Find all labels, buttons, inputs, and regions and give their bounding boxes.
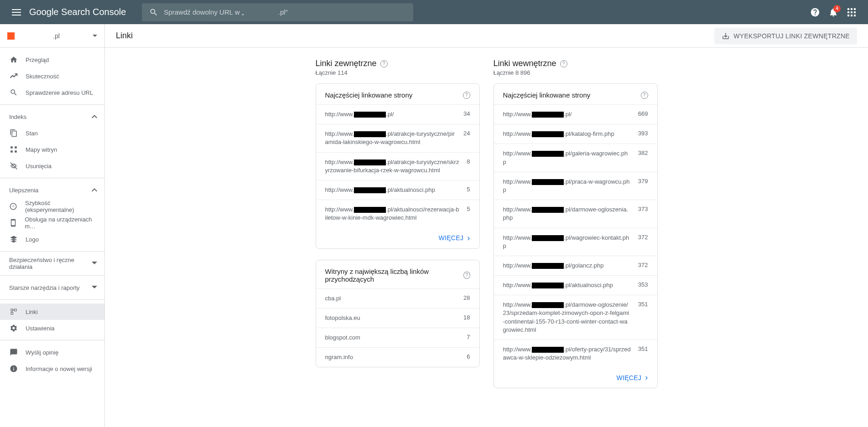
site-label: .pl [20,32,93,40]
sidebar-header-security[interactable]: Bezpieczeństwo i ręczne działania [0,255,104,272]
table-row[interactable]: http://www..pl/katalog-firm.php393 [494,124,657,144]
sitemap-icon [9,145,18,154]
chevron-up-icon [92,115,97,118]
count-cell: 351 [638,345,648,362]
sidebar-item-overview[interactable]: Przegląd [0,51,104,68]
table-row[interactable]: http://www..pl/golancz.php372 [494,256,657,275]
chevron-right-icon: › [467,233,470,243]
sidebar-item-coverage[interactable]: Stan [0,125,104,141]
chevron-down-icon [92,286,97,289]
notifications-button[interactable]: 4 [824,3,842,21]
table-row[interactable]: http://www..pl/galeria-wagrowiec.php382 [494,144,657,171]
url-cell: http://www..pl/praca-w-wagrowcu.php [503,178,631,194]
search-icon [149,8,158,17]
table-row[interactable]: http://www..pl/aktualnosci.php5 [316,180,479,200]
table-row[interactable]: http://www..pl/aktualnosci.php353 [494,275,657,295]
export-button[interactable]: WYEKSPORTUJ LINKI ZEWNĘTRZNE [714,28,857,44]
help-icon[interactable]: ? [641,92,648,99]
table-row[interactable]: http://www..pl/praca-w-wagrowcu.php379 [494,172,657,200]
chevron-up-icon [92,188,97,192]
redacted-domain [532,283,564,288]
sidebar-item-url-inspect[interactable]: Sprawdzenie adresu URL [0,84,104,101]
sidebar-item-about[interactable]: Informacje o nowej wersji [0,360,104,377]
internal-links-total: Łącznie 8 896 [494,69,658,76]
sidebar-item-links[interactable]: Linki [0,304,104,320]
logo: Google Search Console [29,7,126,17]
table-row[interactable]: blogspot.com7 [316,328,479,347]
sidebar-item-speed[interactable]: Szybkość (eksperymentalne) [0,198,104,215]
table-row[interactable]: http://www..pl/oferty-pracy/31/sprzedawc… [494,340,657,367]
notification-badge: 4 [833,5,841,12]
internal-links-column: Linki wewnętrzne ? Łącznie 8 896 Najczęś… [494,59,658,416]
table-row[interactable]: http://www..pl/darmowe-ogloszenia.php373 [494,200,657,227]
sidebar-item-logo[interactable]: Logo [0,231,104,247]
count-cell: 5 [467,186,470,194]
url-cell: http://www..pl/aktualnosci.php [503,281,631,289]
table-row[interactable]: http://www..pl/34 [316,104,479,124]
help-icon[interactable]: ? [380,60,388,67]
help-icon[interactable]: ? [463,92,470,99]
redacted-domain [532,347,564,353]
sidebar-item-removals[interactable]: Usunięcia [0,158,104,174]
chevron-down-icon [92,262,97,265]
site-cell: blogspot.com [325,334,460,342]
count-cell: 373 [638,206,648,222]
mobile-icon [9,219,17,227]
chevron-right-icon: › [645,373,648,382]
sidebar-item-feedback[interactable]: Wyślij opinię [0,344,104,360]
table-row[interactable]: cba.pl28 [316,288,479,308]
redacted-domain [532,179,564,185]
more-link[interactable]: WIĘCEJ › [494,367,657,388]
sidebar-item-settings[interactable]: Ustawienia [0,320,104,336]
table-row[interactable]: http://www..pl/atrakcje-turystyczne/skrz… [316,152,479,180]
main-area: Linki WYEKSPORTUJ LINKI ZEWNĘTRZNE Linki… [105,24,868,427]
table-row[interactable]: http://www..pl/669 [494,104,657,124]
sidebar-item-sitemaps[interactable]: Mapy witryn [0,141,104,158]
table-row[interactable]: http://www..pl/wagrowiec-kontakt.php372 [494,228,657,256]
site-favicon [7,32,15,40]
card-title: Najczęściej linkowane strony ? [494,84,657,104]
block-icon [9,162,18,170]
card-title: Witryny z największą liczbą linków przyc… [316,260,479,288]
sidebar-item-mobile[interactable]: Obsługa na urządzeniach m… [0,215,104,231]
info-icon [9,365,18,373]
count-cell: 28 [463,294,470,303]
url-search-bar[interactable] [142,3,413,21]
help-icon[interactable]: ? [560,60,567,67]
table-row[interactable]: http://www..pl/aktualnosci/rezerwacja-bi… [316,200,479,227]
internal-top-pages-card: Najczęściej linkowane strony ? http://ww… [494,83,658,388]
count-cell: 34 [463,110,470,118]
count-cell: 6 [467,353,470,361]
help-icon [810,7,820,17]
property-selector[interactable]: .pl [0,24,104,48]
help-icon[interactable]: ? [463,272,470,279]
table-row[interactable]: fotopolska.eu18 [316,308,479,328]
apps-button[interactable] [842,3,861,21]
sidebar-header-enhancements[interactable]: Ulepszenia [0,182,104,198]
url-cell: http://www..pl/atrakcje-turystyczne/pira… [325,130,457,146]
sidebar-item-performance[interactable]: Skuteczność [0,68,104,84]
redacted-domain [532,302,564,308]
url-search-input[interactable] [164,8,406,16]
more-link[interactable]: WIĘCEJ › [316,228,479,248]
url-cell: http://www..pl/ [503,110,631,118]
table-row[interactable]: ngram.info6 [316,347,479,367]
count-cell: 353 [638,281,648,289]
url-cell: http://www..pl/wagrowiec-kontakt.php [503,234,631,250]
count-cell: 372 [638,234,648,250]
download-icon [722,32,730,40]
table-row[interactable]: http://www..pl/darmowe-ogloszenie/23/spr… [494,295,657,340]
sidebar-header-legacy[interactable]: Starsze narzędzia i raporty [0,279,104,296]
count-cell: 8 [467,158,470,175]
count-cell: 18 [463,314,470,322]
url-cell: http://www..pl/golancz.php [503,262,631,270]
help-button[interactable] [806,3,824,21]
external-links-column: Linki zewnętrzne ? Łącznie 114 Najczęści… [316,59,480,416]
sidebar-header-index[interactable]: Indeks [0,108,104,125]
url-cell: http://www..pl/ [325,110,457,118]
table-row[interactable]: http://www..pl/atrakcje-turystyczne/pira… [316,124,479,152]
url-cell: http://www..pl/oferty-pracy/31/sprzedawc… [503,345,631,362]
count-cell: 669 [638,110,648,118]
hamburger-menu[interactable] [7,3,26,21]
site-cell: ngram.info [325,353,460,361]
